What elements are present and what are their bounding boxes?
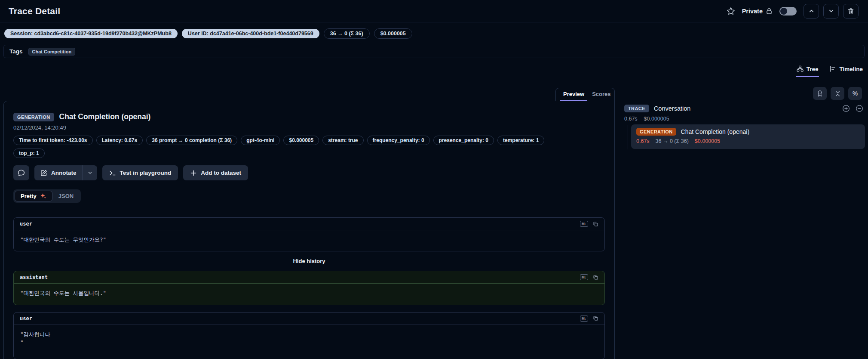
node-token-usage: 36 → 0 (Σ 36): [656, 138, 689, 144]
previous-trace-button[interactable]: [804, 4, 819, 19]
node-cost: $0.000005: [695, 138, 720, 144]
scores-toggle-button[interactable]: [813, 87, 827, 100]
format-toggle: Pretty JSON: [13, 189, 81, 203]
test-in-playground-button[interactable]: Test in playground: [102, 165, 178, 180]
markdown-toggle-icon[interactable]: M↓: [580, 274, 588, 280]
next-trace-button[interactable]: [823, 4, 839, 19]
toggle-knob: [780, 8, 787, 15]
add-to-dataset-button[interactable]: Add to dataset: [183, 165, 248, 180]
collapse-all-button[interactable]: [831, 87, 844, 100]
trace-metrics: 0.67s $0.000005: [624, 116, 669, 122]
observation-metrics-row: Time to first token: -423.00s Latency: 0…: [13, 136, 605, 145]
node-header: GENERATION Chat Completion (openai): [636, 128, 860, 136]
session-badge[interactable]: Session: cd3abcd6-c81c-4037-935d-19d9f27…: [4, 29, 178, 38]
view-tabs-divider: [0, 76, 868, 76]
user-id-badge[interactable]: User ID: dc47a41e-06bc-400d-bde1-f0e440d…: [182, 29, 319, 38]
copy-icon[interactable]: [593, 275, 598, 280]
trace-cost: $0.000005: [644, 116, 669, 122]
plus-circle-icon: [842, 105, 850, 112]
format-tab-json[interactable]: JSON: [52, 191, 80, 201]
message-content: "감사합니다 ": [14, 325, 604, 359]
message-role: user: [20, 316, 32, 322]
annotate-split-button: Annotate: [34, 165, 97, 180]
tree-controls: %: [813, 87, 862, 100]
header-actions: Private: [727, 4, 859, 19]
privacy-toggle[interactable]: [779, 7, 797, 15]
tab-timeline[interactable]: Timeline: [828, 63, 864, 77]
format-tab-pretty[interactable]: Pretty: [15, 191, 52, 201]
sparkles-icon: [40, 193, 46, 199]
chevron-down-icon: [828, 8, 834, 14]
tags-label: Tags: [9, 48, 23, 55]
message-header: user M↓: [14, 218, 604, 230]
plus-icon: [190, 170, 197, 176]
observation-actions: Annotate Test in playground: [13, 165, 605, 180]
metric-cost: $0.000005: [283, 136, 319, 145]
message-assistant: assistant M↓ "대한민국의 수도는 서울입니다.": [13, 271, 605, 305]
trace-expand-controls: [842, 105, 863, 112]
panel-tabs: Preview Scores: [555, 88, 615, 101]
chevron-down-icon: [87, 170, 93, 176]
markdown-toggle-icon[interactable]: M↓: [580, 316, 588, 322]
copy-icon[interactable]: [593, 316, 598, 321]
copy-icon[interactable]: [593, 221, 598, 227]
format-json-label: JSON: [58, 193, 74, 199]
message-content: "대한민국의 수도는 무엇인가요?": [14, 230, 604, 251]
metric-token-usage: 36 prompt → 0 completion (Σ 36): [146, 136, 237, 145]
terminal-icon: [109, 170, 116, 176]
metric-temperature: temperature: 1: [497, 136, 544, 145]
tab-tree[interactable]: Tree: [796, 63, 819, 77]
message-tools: M↓: [580, 221, 598, 227]
collapse-icon: [834, 90, 841, 97]
annotate-dropdown-button[interactable]: [83, 165, 97, 180]
test-in-playground-label: Test in playground: [120, 170, 172, 176]
percent-icon: %: [853, 90, 858, 97]
view-tabs: Tree Timeline: [796, 63, 864, 77]
app-header: Trace Detail Private: [0, 0, 868, 22]
lock-icon: [766, 8, 773, 15]
message-list: user M↓ "대한민국의 수도는 무엇인가요?" Hide history …: [13, 217, 605, 359]
trash-icon: [847, 8, 854, 15]
metric-top-p: top_p: 1: [13, 149, 45, 158]
node-latency: 0.67s: [636, 138, 650, 144]
token-usage-badge: 36 → 0 (Σ 36): [324, 28, 370, 39]
add-to-dataset-label: Add to dataset: [201, 170, 241, 176]
delete-trace-button[interactable]: [843, 4, 859, 19]
annotate-button-label: Annotate: [51, 170, 77, 176]
observation-type-badge: GENERATION: [13, 113, 54, 121]
tab-tree-label: Tree: [807, 66, 819, 72]
observation-metrics-row-2: top_p: 1: [13, 149, 605, 158]
collapse-node-button[interactable]: [856, 105, 863, 112]
star-icon[interactable]: [727, 7, 735, 15]
comment-icon: [18, 169, 25, 176]
trace-meta-row: Session: cd3abcd6-c81c-4037-935d-19d9f27…: [4, 28, 412, 39]
markdown-toggle-icon[interactable]: M↓: [580, 221, 588, 227]
tag-chat-competition[interactable]: Chat Competition: [28, 48, 76, 56]
metrics-toggle-button[interactable]: %: [848, 87, 862, 100]
tab-preview[interactable]: Preview: [560, 88, 587, 101]
tree-connector-line: [628, 125, 628, 149]
message-header: assistant M↓: [14, 271, 604, 284]
hide-history-button[interactable]: Hide history: [13, 258, 605, 264]
message-role: assistant: [20, 274, 48, 280]
annotate-button[interactable]: Annotate: [34, 165, 83, 180]
message-header: user M↓: [14, 313, 604, 325]
metric-stream: stream: true: [322, 136, 363, 145]
generation-node-card[interactable]: GENERATION Chat Completion (openai) 0.67…: [631, 124, 865, 149]
privacy-label: Private: [742, 8, 763, 15]
tab-timeline-label: Timeline: [839, 66, 863, 72]
message-user-1: user M↓ "대한민국의 수도는 무엇인가요?": [13, 217, 605, 251]
trace-type-badge: TRACE: [624, 105, 649, 112]
observation-header: GENERATION Chat Completion (openai): [13, 112, 605, 121]
comment-button[interactable]: [13, 165, 29, 180]
node-metrics: 0.67s 36 → 0 (Σ 36) $0.000005: [636, 138, 860, 144]
chevron-up-icon: [808, 8, 815, 14]
tab-scores-label: Scores: [592, 91, 610, 97]
tab-scores[interactable]: Scores: [589, 88, 613, 101]
message-tools: M↓: [580, 316, 598, 322]
trace-root-row[interactable]: TRACE Conversation: [624, 105, 863, 112]
trace-latency: 0.67s: [624, 116, 638, 122]
nav-button-group: [804, 4, 859, 19]
expand-all-button[interactable]: [842, 105, 850, 112]
award-icon: [816, 90, 823, 97]
